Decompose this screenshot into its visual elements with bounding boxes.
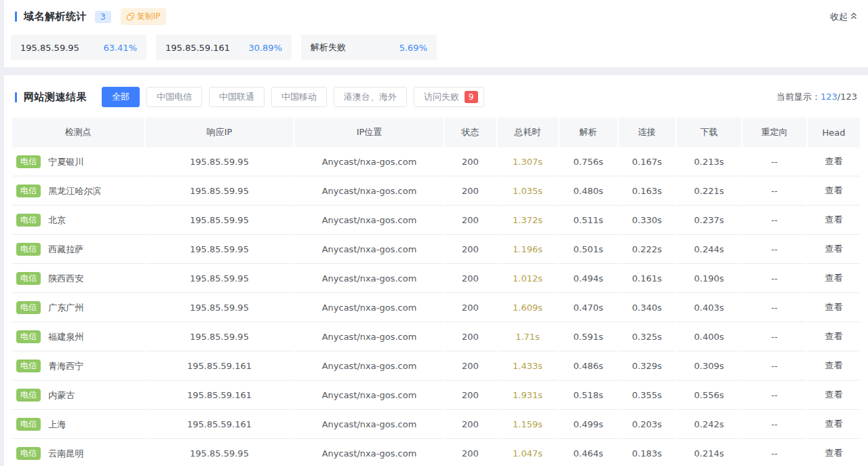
connect-time-cell: 0.329s [618, 351, 675, 381]
redirect-cell: -- [743, 351, 806, 381]
accent-bar [15, 12, 17, 22]
dns-stat-label: 解析失败 [311, 41, 346, 54]
filter-tab[interactable]: 港澳台、海外 [334, 87, 407, 107]
ip-location-cell: Anycast/nxa-gos.com [295, 351, 443, 381]
filter-tab[interactable]: 中国电信 [146, 87, 202, 107]
dns-stat-percent: 63.41% [103, 43, 137, 53]
total-time-cell: 1.372s [497, 206, 558, 235]
node-name: 宁夏银川 [48, 156, 83, 166]
node-cell: 电信 黑龙江哈尔滨 [12, 176, 144, 206]
isp-badge: 电信 [16, 214, 41, 227]
total-time-cell: 1.609s [497, 293, 558, 322]
display-count-current: 123 [821, 92, 837, 102]
total-time-cell: 1.159s [497, 410, 558, 439]
filter-tab[interactable]: 全部 [102, 87, 140, 107]
connect-time-cell: 0.340s [618, 293, 675, 322]
results-panel-title: 网站测速结果 [24, 91, 87, 104]
connect-time-cell: 0.183s [618, 439, 675, 466]
connect-time-cell: 0.161s [618, 264, 675, 293]
view-head-link[interactable]: 查看 [808, 264, 860, 293]
copy-ip-button[interactable]: 复制IP [121, 8, 167, 25]
status-cell: 200 [445, 206, 496, 235]
view-head-link[interactable]: 查看 [808, 176, 860, 206]
ip-location-cell: Anycast/nxa-gos.com [295, 147, 443, 176]
table-row: 电信 西藏拉萨 195.85.59.95 Anycast/nxa-gos.com… [12, 235, 860, 264]
response-ip-cell: 195.85.59.95 [145, 235, 294, 264]
download-time-cell: 0.403s [677, 293, 741, 322]
view-head-link[interactable]: 查看 [808, 147, 860, 176]
connect-time-cell: 0.330s [618, 206, 675, 235]
node-cell: 电信 西藏拉萨 [12, 235, 144, 264]
redirect-cell: -- [743, 206, 806, 235]
filter-tab[interactable]: 访问失败 9 [414, 87, 484, 107]
filter-tab[interactable]: 中国联通 [209, 87, 264, 107]
node-cell: 电信 云南昆明 [12, 439, 144, 466]
response-ip-cell: 195.85.59.95 [145, 264, 294, 293]
collapse-label: 收起 [830, 11, 848, 23]
filter-tab-label: 港澳台、海外 [344, 91, 397, 103]
node-cell: 电信 陕西西安 [12, 264, 144, 293]
node-name: 陕西西安 [48, 273, 83, 283]
status-cell: 200 [445, 147, 496, 176]
connect-time-cell: 0.355s [618, 381, 675, 410]
dns-stat-percent: 5.69% [399, 43, 427, 53]
connect-time-cell: 0.222s [618, 235, 675, 264]
node-cell: 电信 北京 [12, 206, 144, 235]
view-head-link[interactable]: 查看 [808, 410, 860, 439]
resolve-time-cell: 0.486s [559, 351, 617, 381]
isp-badge: 电信 [16, 272, 41, 285]
view-head-link[interactable]: 查看 [808, 322, 860, 351]
status-cell: 200 [445, 410, 496, 439]
table-row: 电信 北京 195.85.59.95 Anycast/nxa-gos.com 2… [12, 206, 860, 235]
dns-panel-title: 域名解析统计 [24, 10, 87, 23]
total-time-cell: 1.047s [497, 439, 558, 466]
view-head-link[interactable]: 查看 [808, 381, 860, 410]
isp-badge: 电信 [16, 447, 41, 460]
redirect-cell: -- [743, 439, 806, 466]
view-head-link[interactable]: 查看 [808, 235, 860, 264]
total-time-cell: 1.307s [497, 147, 558, 176]
view-head-link[interactable]: 查看 [808, 206, 860, 235]
view-head-link[interactable]: 查看 [808, 439, 860, 466]
ip-location-cell: Anycast/nxa-gos.com [295, 264, 443, 293]
column-header: 响应IP [145, 117, 294, 147]
download-time-cell: 0.214s [677, 439, 741, 466]
connect-time-cell: 0.167s [618, 147, 675, 176]
redirect-cell: -- [743, 147, 806, 176]
view-head-link[interactable]: 查看 [808, 351, 860, 381]
results-title-group: 网站测速结果 [15, 91, 87, 104]
view-head-link[interactable]: 查看 [808, 293, 860, 322]
ip-location-cell: Anycast/nxa-gos.com [295, 410, 443, 439]
node-name: 福建泉州 [48, 331, 83, 341]
isp-badge: 电信 [16, 389, 41, 402]
total-time-cell: 1.035s [497, 176, 558, 206]
dns-title-group: 域名解析统计 3 复制IP [15, 8, 166, 25]
status-cell: 200 [445, 293, 496, 322]
dns-stat-cell: 195.85.59.161 30.89% [156, 35, 292, 60]
response-ip-cell: 195.85.59.161 [145, 410, 294, 439]
isp-badge: 电信 [16, 330, 41, 343]
table-row: 电信 黑龙江哈尔滨 195.85.59.95 Anycast/nxa-gos.c… [12, 176, 860, 206]
node-name: 青海西宁 [48, 360, 83, 370]
column-header: 解析 [559, 117, 617, 147]
dns-stat-cell: 195.85.59.95 63.41% [11, 35, 146, 60]
filter-tab-label: 中国电信 [157, 91, 192, 103]
response-ip-cell: 195.85.59.95 [145, 439, 294, 466]
response-ip-cell: 195.85.59.161 [145, 381, 294, 410]
resolve-time-cell: 0.499s [559, 410, 617, 439]
redirect-cell: -- [743, 176, 806, 206]
download-time-cell: 0.242s [677, 410, 741, 439]
node-cell: 电信 青海西宁 [12, 351, 144, 381]
download-time-cell: 0.309s [677, 351, 741, 381]
resolve-time-cell: 0.494s [559, 264, 617, 293]
node-cell: 电信 上海 [12, 410, 144, 439]
filter-tab[interactable]: 中国移动 [271, 87, 327, 107]
collapse-button[interactable]: 收起 [830, 11, 857, 23]
download-time-cell: 0.221s [677, 176, 741, 206]
connect-time-cell: 0.203s [618, 410, 675, 439]
ip-location-cell: Anycast/nxa-gos.com [295, 235, 443, 264]
accent-bar [15, 92, 17, 102]
node-cell: 电信 福建泉州 [12, 322, 144, 351]
column-header: 总耗时 [497, 117, 558, 147]
status-cell: 200 [445, 381, 496, 410]
